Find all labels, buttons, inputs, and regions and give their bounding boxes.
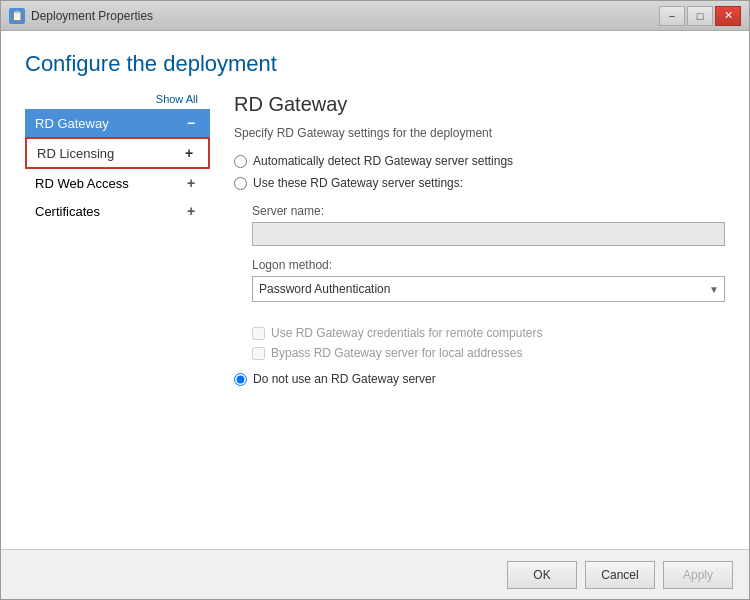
checkbox-bypass-label: Bypass RD Gateway server for local addre… (271, 346, 522, 360)
title-bar-left: 📋 Deployment Properties (9, 8, 153, 24)
window-title: Deployment Properties (31, 9, 153, 23)
sidebar-item-label-rd-licensing: RD Licensing (37, 146, 180, 161)
title-bar-controls: − □ ✕ (659, 6, 741, 26)
content-area: Configure the deployment Show All RD Gat… (1, 31, 749, 549)
minimize-button[interactable]: − (659, 6, 685, 26)
checkbox-credentials[interactable] (252, 327, 265, 340)
sidebar-item-label-rd-gateway: RD Gateway (35, 116, 182, 131)
ok-button[interactable]: OK (507, 561, 577, 589)
footer: OK Cancel Apply (1, 549, 749, 599)
page-title: Configure the deployment (25, 51, 725, 77)
sidebar-item-rd-licensing[interactable]: RD Licensing + (25, 137, 210, 169)
checkbox-bypass-row: Bypass RD Gateway server for local addre… (252, 346, 725, 360)
sidebar-item-icon-rd-licensing: + (180, 145, 198, 161)
radio-no-gateway-label: Do not use an RD Gateway server (253, 372, 436, 386)
radio-auto-detect[interactable] (234, 155, 247, 168)
detail-title: RD Gateway (234, 93, 725, 116)
server-name-label: Server name: (252, 204, 725, 218)
main-window: 📋 Deployment Properties − □ ✕ Configure … (0, 0, 750, 600)
radio-auto-detect-row: Automatically detect RD Gateway server s… (234, 154, 725, 168)
sidebar-item-rd-web-access[interactable]: RD Web Access + (25, 169, 210, 197)
logon-method-label: Logon method: (252, 258, 725, 272)
checkbox-group: Use RD Gateway credentials for remote co… (252, 326, 725, 360)
radio-no-gateway-row: Do not use an RD Gateway server (234, 372, 725, 386)
server-name-group: Server name: (252, 204, 725, 246)
checkbox-credentials-label: Use RD Gateway credentials for remote co… (271, 326, 542, 340)
sidebar-item-icon-rd-gateway: − (182, 115, 200, 131)
radio-no-gateway[interactable] (234, 373, 247, 386)
server-name-input[interactable] (252, 222, 725, 246)
close-button[interactable]: ✕ (715, 6, 741, 26)
sidebar-item-icon-rd-web-access: + (182, 175, 200, 191)
main-body: Show All RD Gateway − RD Licensing + RD … (25, 93, 725, 533)
radio-auto-detect-label: Automatically detect RD Gateway server s… (253, 154, 513, 168)
cancel-button[interactable]: Cancel (585, 561, 655, 589)
restore-button[interactable]: □ (687, 6, 713, 26)
window-icon: 📋 (9, 8, 25, 24)
detail-panel: RD Gateway Specify RD Gateway settings f… (210, 93, 725, 533)
sidebar-item-label-certificates: Certificates (35, 204, 182, 219)
radio-use-settings-row: Use these RD Gateway server settings: (234, 176, 725, 190)
sidebar-item-label-rd-web-access: RD Web Access (35, 176, 182, 191)
checkbox-credentials-row: Use RD Gateway credentials for remote co… (252, 326, 725, 340)
show-all-link[interactable]: Show All (25, 93, 210, 105)
logon-method-select[interactable]: Password Authentication Smart Card Allow… (252, 276, 725, 302)
sidebar-item-icon-certificates: + (182, 203, 200, 219)
checkbox-bypass[interactable] (252, 347, 265, 360)
radio-group-gateway: Automatically detect RD Gateway server s… (234, 154, 725, 190)
sidebar-item-rd-gateway[interactable]: RD Gateway − (25, 109, 210, 137)
radio-use-settings[interactable] (234, 177, 247, 190)
title-bar: 📋 Deployment Properties − □ ✕ (1, 1, 749, 31)
logon-method-group: Logon method: Password Authentication Sm… (252, 258, 725, 314)
detail-description: Specify RD Gateway settings for the depl… (234, 126, 725, 140)
radio-use-settings-label: Use these RD Gateway server settings: (253, 176, 463, 190)
sidebar-item-certificates[interactable]: Certificates + (25, 197, 210, 225)
sidebar: Show All RD Gateway − RD Licensing + RD … (25, 93, 210, 533)
apply-button[interactable]: Apply (663, 561, 733, 589)
logon-method-wrapper: Password Authentication Smart Card Allow… (252, 276, 725, 302)
